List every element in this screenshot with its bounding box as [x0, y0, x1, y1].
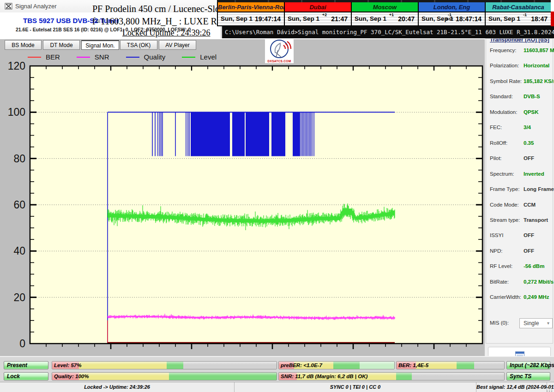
svg-text:100: 100	[8, 106, 25, 118]
transponder-row-issyi: ISSYIOFF	[490, 232, 552, 240]
clock-city-label: Berlin-Paris-Vienna-Roma	[218, 2, 284, 12]
clock-utc-offset: -1DST	[446, 13, 453, 21]
transponder-row-carrierwidth-: CarrierWidth:0,249 MHz	[490, 294, 552, 302]
svg-text:80: 80	[13, 153, 25, 165]
transponder-value: Long Frame	[524, 186, 554, 192]
clock-time-row: Sun, Sep 119:47:14	[218, 12, 284, 25]
resize-grip[interactable]	[547, 385, 553, 392]
tuner-detail: 21.6E - Eutelsat 21B SES 16 (ID: 0216) @…	[16, 27, 191, 32]
transponder-row-standard-: Standard:DVB-S	[490, 94, 552, 101]
statusbar-uptime: Locked -> Uptime: 24:39:26	[0, 382, 235, 392]
transponder-row-stream-type-: Stream type:Transport	[490, 217, 552, 225]
present-indicator: Present	[4, 361, 48, 369]
transponder-label: Frame Type:	[490, 186, 519, 192]
clock-time: 18:47	[531, 15, 548, 23]
transponder-value: 11603,857 MHz	[524, 48, 554, 53]
clock-utc-offset: -1	[523, 13, 527, 17]
transponder-row-bitrate-: BitRate:0,272 Mbit/s	[490, 279, 552, 286]
transponder-row-modulation-: Modulation:QPSK	[490, 109, 552, 117]
bar-segment	[167, 362, 183, 369]
tab-bs-mode[interactable]: BS Mode	[5, 40, 42, 50]
transponder-row-frequency-: Frequency:11603,857 MHz	[490, 48, 552, 55]
mis-label: MIS (0):	[490, 320, 509, 326]
tab-signal-mon-[interactable]: Signal Mon.	[81, 40, 119, 50]
clock-utc-offset: +1	[389, 13, 394, 17]
bar-segment	[183, 362, 277, 369]
level-bar: Level: 57%	[52, 361, 277, 369]
clock-time-row: Sun, Sep 1-118:47	[486, 12, 551, 25]
transponder-label: Pilot:	[490, 155, 502, 161]
chevron-down-icon: ▾	[547, 319, 549, 328]
status-bars-zone: PresentLockLevel: 57%Quality: 100%preBER…	[0, 356, 554, 382]
lock-indicator: Lock	[4, 372, 48, 380]
transponder-row-rolloff-: RollOff:0.35	[490, 140, 552, 148]
transponder-label: Code Mode:	[490, 202, 519, 208]
clock-berlin-paris-vienna-roma: Berlin-Paris-Vienna-RomaSun, Sep 119:47:…	[217, 2, 284, 26]
sync-ts-indicator: Sync TS	[506, 372, 550, 380]
svg-text:40: 40	[13, 245, 25, 257]
terminal-line: C:\Users\Roman Dávid>Signal monitoring_P…	[221, 26, 554, 38]
clock-time-row: Sun, Sep 1-1DST18:47:14	[419, 12, 485, 25]
transponder-value: 185,182 KS/s	[524, 78, 554, 84]
tab-dt-mode[interactable]: DT Mode	[43, 40, 80, 50]
transponder-panel-header: Transponder (AO) [dS]	[490, 39, 551, 45]
transponder-label: Frequency:	[490, 48, 517, 53]
transponder-label: Stream type:	[490, 217, 520, 223]
transponder-value: DVB-S	[524, 94, 540, 99]
transponder-value: OFF	[524, 155, 534, 161]
svg-text:120: 120	[8, 60, 25, 72]
svg-text:0: 0	[19, 338, 25, 350]
clock-date: Sun, Sep 1	[288, 15, 319, 22]
clock-city-label: Rabat-Casablanca	[486, 2, 551, 12]
mis-row: MIS (0): Single ▾	[490, 318, 552, 329]
clock-utc-offset: +2	[322, 13, 327, 17]
transponder-value: -56 dBm	[524, 263, 544, 269]
transponder-label: FEC:	[490, 125, 502, 130]
level-bar-label: Level: 57%	[54, 362, 81, 369]
clock-city-label: Dubai	[285, 2, 351, 12]
mis-selected-value: Single	[524, 320, 539, 327]
bar-segment	[169, 373, 277, 380]
statusbar-best-signal: Best signal: 12,4 dB (2024-09-01 16:11)	[476, 382, 547, 392]
bar-segment	[79, 362, 167, 369]
clock-city-label: London, Eng	[419, 2, 485, 12]
quality-bar: Quality: 100%	[52, 372, 277, 380]
bar-segment	[333, 362, 360, 369]
chart-zone: BS ModeDT ModeSignal Mon.TSA (OK)AV Play…	[0, 38, 485, 356]
statusbar: Locked -> Uptime: 24:39:26 SYNC 0 | TEI …	[0, 382, 554, 392]
transponder-value: 0.35	[524, 140, 534, 146]
background-window-edge	[551, 12, 554, 26]
bar-segment	[360, 362, 394, 369]
bar-segment	[79, 373, 169, 380]
tab-tsa-ok-[interactable]: TSA (OK)	[120, 40, 157, 50]
tuner-header: TBS 5927 USB DVB-S2 Tuner 21.6E - Eutels…	[0, 12, 221, 39]
clock-moscow: MoscowSun, Sep 1+120:47	[351, 2, 418, 26]
clock-city-label: Moscow	[352, 2, 418, 12]
window-title: Signal Analyzer	[15, 3, 57, 10]
transponder-label: Polarization:	[490, 63, 519, 68]
transponder-row-code-mode-: Code Mode:CCM	[490, 202, 552, 209]
titlebar: Signal Analyzer	[0, 0, 221, 12]
transponder-row-polarization-: Polarization:Horizontal	[490, 63, 552, 70]
clock-time: 19:47:14	[255, 15, 281, 23]
statusbar-sync-counters: SYNC 0 | TEI 0 | CC 0	[235, 382, 476, 392]
transponder-row-rf-level-: RF Level:-56 dBm	[490, 263, 552, 271]
transponder-label: BitRate:	[490, 279, 509, 285]
clock-time: 20:47	[398, 15, 415, 23]
transponder-value: OFF	[524, 248, 534, 254]
transponder-row-pilot-: Pilot:OFF	[490, 155, 552, 163]
transponder-value: QPSK	[524, 109, 539, 115]
world-clocks: Berlin-Paris-Vienna-RomaSun, Sep 119:47:…	[217, 0, 551, 26]
quality-bar-label: Quality: 100%	[54, 373, 89, 380]
bar-segment	[474, 362, 504, 369]
tab-av-player[interactable]: AV Player	[159, 40, 196, 50]
transponder-row-frame-type-: Frame Type:Long Frame	[490, 186, 552, 194]
transponder-panel: Transponder (AO) [dS] Frequency:11603,85…	[486, 38, 553, 344]
bar-segment	[412, 373, 504, 380]
clock-time-row: Sun, Sep 1+221:47	[285, 12, 351, 25]
transponder-value: 3/4	[524, 125, 531, 130]
transponder-label: NPD:	[490, 248, 502, 254]
bar-segment	[457, 362, 474, 369]
clock-date: Sun, Sep 1	[355, 15, 386, 22]
mis-dropdown[interactable]: Single ▾	[519, 318, 553, 328]
